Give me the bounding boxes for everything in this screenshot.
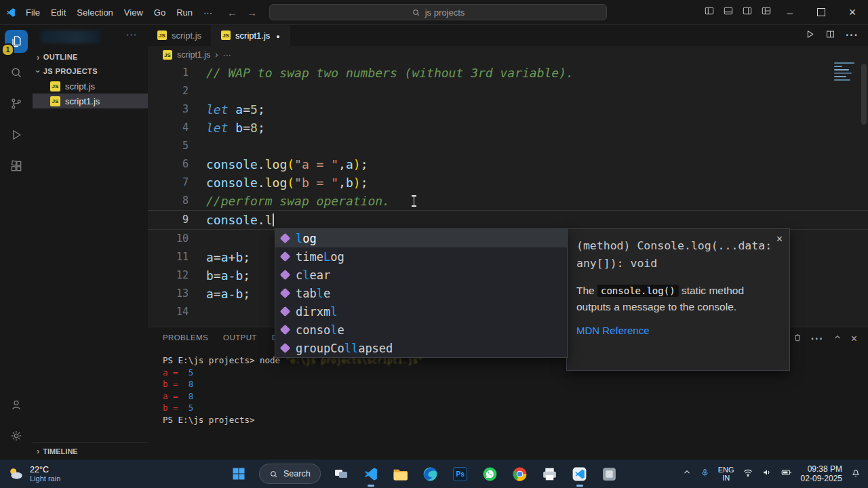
- docs-text: The: [576, 285, 597, 296]
- task-view-icon[interactable]: [332, 464, 351, 483]
- search-view-icon[interactable]: [5, 61, 28, 84]
- menu-edit[interactable]: Edit: [45, 5, 71, 20]
- code-line-9[interactable]: 9console.l: [148, 210, 868, 230]
- code-line-2[interactable]: 2: [148, 82, 868, 100]
- code-token: (: [287, 157, 294, 171]
- panel-more-actions-icon[interactable]: [811, 333, 824, 345]
- suggestion-log[interactable]: log: [275, 229, 567, 247]
- whatsapp-icon[interactable]: [481, 464, 500, 483]
- customize-layout-icon[interactable]: [761, 5, 772, 19]
- vscode-icon[interactable]: [361, 464, 380, 483]
- js-file-icon: JS: [50, 81, 60, 92]
- settings-gear-icon[interactable]: [5, 424, 28, 447]
- suggestion-clear[interactable]: clear: [275, 266, 567, 284]
- suggestion-table[interactable]: table: [275, 284, 567, 302]
- run-debug-icon[interactable]: [5, 123, 28, 146]
- navigate-forward-icon[interactable]: →: [247, 7, 257, 18]
- toggle-secondary-sidebar-icon[interactable]: [742, 5, 753, 19]
- project-section-header[interactable]: JS PROJECTS: [33, 64, 148, 78]
- toggle-primary-sidebar-icon[interactable]: [704, 5, 715, 19]
- menu-go[interactable]: Go: [149, 5, 171, 20]
- activity-bar: 1: [0, 24, 33, 460]
- extensions-icon[interactable]: [5, 155, 28, 178]
- panel-tab-output[interactable]: OUTPUT: [223, 333, 257, 346]
- toggle-panel-icon[interactable]: [723, 5, 734, 19]
- file-explorer-icon[interactable]: [391, 464, 410, 483]
- taskbar-search-label: Search: [283, 469, 311, 479]
- code-line-1[interactable]: 1// WAP to swap two numbers (without 3rd…: [148, 64, 868, 82]
- close-icon[interactable]: ×: [776, 233, 783, 245]
- code-token: +: [229, 250, 236, 264]
- menu-run[interactable]: Run: [171, 5, 198, 20]
- window-close-button[interactable]: [837, 0, 868, 24]
- navigate-back-icon[interactable]: ←: [227, 7, 237, 18]
- source-control-icon[interactable]: [5, 92, 28, 115]
- tray-overflow-chevron-icon[interactable]: [682, 468, 692, 480]
- maximize-panel-icon[interactable]: [833, 333, 842, 345]
- code-line-8[interactable]: 8//perform swap operation.: [148, 192, 868, 210]
- menu-view[interactable]: View: [119, 5, 149, 20]
- code-line-6[interactable]: 6console.log("a = ",a);: [148, 155, 868, 174]
- sidebar-more-actions[interactable]: ···: [126, 29, 137, 39]
- panel-tab-problems[interactable]: PROBLEMS: [163, 333, 208, 346]
- run-file-icon[interactable]: [805, 29, 815, 42]
- editor-scrollbar[interactable]: [861, 64, 867, 125]
- chrome-icon[interactable]: [511, 464, 530, 483]
- file-item-script1.js[interactable]: JSscript1.js: [33, 94, 148, 108]
- code-token: let: [206, 121, 229, 135]
- tab-script1.js[interactable]: JSscript1.js: [212, 24, 290, 46]
- edge-icon[interactable]: [421, 464, 440, 483]
- window-maximize-button[interactable]: [806, 0, 837, 24]
- menu-more[interactable]: ···: [198, 5, 218, 20]
- window-minimize-button[interactable]: [774, 0, 806, 24]
- suggestion-timelog[interactable]: timeLog: [275, 247, 567, 266]
- file-item-script.js[interactable]: JSscript.js: [33, 79, 148, 94]
- language-indicator[interactable]: ENG IN: [718, 466, 734, 482]
- code-token: b: [235, 268, 243, 283]
- outline-section-header[interactable]: OUTLINE: [33, 50, 148, 64]
- weather-widget[interactable]: 22°C Light rain: [0, 465, 60, 483]
- vscode-light-icon[interactable]: [570, 464, 589, 483]
- line-number: 7: [148, 174, 206, 192]
- code-text: console.log("b = ",b);: [206, 174, 368, 192]
- kill-terminal-icon[interactable]: [793, 333, 802, 345]
- code-line-5[interactable]: 5: [148, 137, 868, 155]
- notifications-bell-icon[interactable]: [850, 467, 861, 481]
- suggestion-console[interactable]: console: [275, 321, 567, 339]
- minimap[interactable]: [834, 62, 859, 99]
- menu-file[interactable]: File: [20, 5, 45, 20]
- code-line-7[interactable]: 7console.log("b = ",b);: [148, 174, 868, 192]
- printer-icon[interactable]: [540, 464, 559, 483]
- mic-status-icon[interactable]: [700, 468, 710, 481]
- timeline-section-header[interactable]: TIMELINE: [33, 442, 148, 460]
- suggestion-groupcollapsed[interactable]: groupCollapsed: [275, 339, 567, 357]
- code-token: =: [243, 121, 250, 135]
- command-center-search[interactable]: js projects: [269, 4, 607, 20]
- mdn-reference-link[interactable]: MDN Reference: [576, 325, 780, 336]
- clock[interactable]: 09:38 PM 02-09-2025: [801, 464, 842, 483]
- code-line-4[interactable]: 4let b=8;: [148, 119, 868, 137]
- photoshop-icon[interactable]: Ps: [451, 464, 470, 483]
- split-editor-icon[interactable]: [825, 29, 835, 42]
- suggestion-label: timeLog: [296, 250, 344, 264]
- tab-script.js[interactable]: JSscript.js: [148, 24, 212, 46]
- wifi-icon[interactable]: [743, 467, 753, 481]
- account-icon[interactable]: [5, 393, 28, 416]
- close-panel-icon[interactable]: ×: [851, 333, 857, 345]
- gray-app-icon[interactable]: [600, 464, 619, 483]
- taskbar-search[interactable]: Search: [259, 464, 321, 484]
- breadcrumb-file[interactable]: script1.js: [177, 50, 210, 60]
- breadcrumb-more[interactable]: ···: [223, 50, 232, 60]
- terminal-token: a =: [163, 367, 183, 378]
- explorer-view-icon[interactable]: 1: [5, 30, 28, 53]
- code-line-3[interactable]: 3let a=5;: [148, 100, 868, 119]
- battery-icon[interactable]: [781, 466, 793, 481]
- menu-selection[interactable]: Selection: [71, 5, 118, 20]
- line-number: 13: [148, 285, 206, 303]
- suggestion-dirxml[interactable]: dirxml: [275, 302, 567, 321]
- breadcrumb[interactable]: JS script1.js › ···: [148, 46, 868, 64]
- start-button[interactable]: [229, 464, 248, 483]
- editor-more-actions-icon[interactable]: [846, 29, 859, 41]
- volume-icon[interactable]: [762, 467, 772, 481]
- code-token: =: [214, 268, 221, 283]
